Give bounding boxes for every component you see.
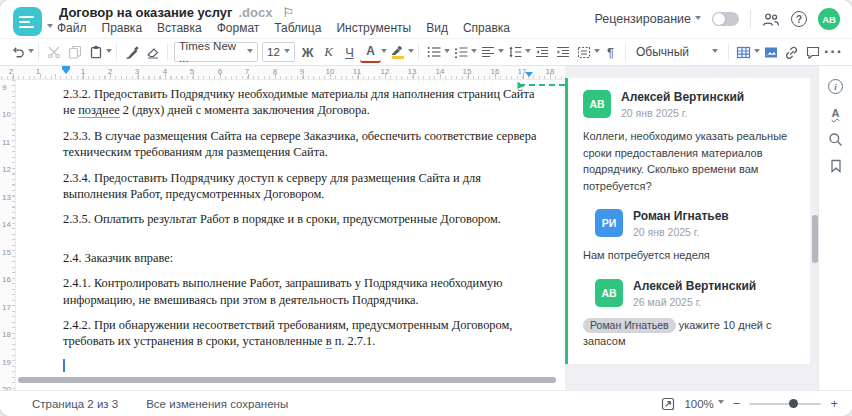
font-color-button[interactable]: А <box>360 41 381 63</box>
align-button[interactable] <box>477 41 498 63</box>
comment-date: 26 май 2025 г. <box>633 296 756 308</box>
divider <box>167 43 168 61</box>
help-button[interactable]: ? <box>791 11 807 27</box>
zoom-in-button[interactable]: + <box>830 399 838 409</box>
spellcheck-button[interactable]: А <box>832 106 840 120</box>
zoom-level-select[interactable]: 100% <box>684 398 723 410</box>
paragraph-shading-button[interactable] <box>573 41 594 63</box>
line-spacing-button[interactable] <box>504 41 525 63</box>
insert-comment-button[interactable] <box>802 41 823 63</box>
dropdown-caret-icon[interactable] <box>28 49 34 56</box>
nonprinting-chars-button[interactable]: ¶ <box>600 41 621 63</box>
review-toggle[interactable] <box>712 12 739 26</box>
page-indicator[interactable]: Страница 2 из 3 <box>32 398 118 410</box>
clear-style-button[interactable] <box>142 41 163 63</box>
paragraph-2-4-1[interactable]: 2.4.1. Контролировать выполнение Работ, … <box>63 275 537 308</box>
paragraph-style-value: Обычный <box>636 45 689 59</box>
paragraph-style-select[interactable]: Обычный <box>630 41 724 63</box>
insert-link-button[interactable] <box>781 41 802 63</box>
comment-1: АВ Алексей Вертинский 20 янв 2025 г. <box>583 90 800 119</box>
app-logo-icon[interactable] <box>13 7 42 36</box>
font-name-value: Times New ... <box>179 40 247 64</box>
paste-button[interactable] <box>85 41 106 63</box>
comment-avatar: АВ <box>583 90 611 118</box>
menu-table[interactable]: Таблица <box>274 21 321 35</box>
review-mode-label: Рецензирование <box>594 12 691 26</box>
numbered-list-button[interactable] <box>450 41 471 63</box>
comment-avatar: АВ <box>595 279 623 307</box>
underline-button[interactable]: Ч <box>339 41 360 63</box>
cut-button[interactable] <box>43 41 64 63</box>
commented-text[interactable]: позднее <box>78 103 119 118</box>
menu-tools[interactable]: Инструменты <box>336 21 411 35</box>
paragraph-2-4-2[interactable]: 2.4.2. При обнаружении несоответствий тр… <box>63 317 537 350</box>
numbered-list-icon <box>454 46 468 58</box>
undo-button[interactable] <box>7 41 28 63</box>
app-menu-caret-icon[interactable] <box>47 17 53 35</box>
insert-image-button[interactable] <box>760 41 781 63</box>
fit-width-button[interactable] <box>661 397 675 411</box>
font-name-select[interactable]: Times New ... <box>174 42 258 62</box>
bold-button[interactable]: Ж <box>297 41 318 63</box>
scissors-icon <box>47 45 61 59</box>
dropdown-caret-icon[interactable] <box>408 49 414 56</box>
highlight-button[interactable] <box>387 41 408 63</box>
review-mode-select[interactable]: Рецензирование <box>594 12 701 26</box>
decrease-indent-button[interactable] <box>531 41 552 63</box>
increase-indent-button[interactable] <box>552 41 573 63</box>
paragraph-2-3-3[interactable]: 2.3.3. В случае размещения Сайта на серв… <box>63 128 537 161</box>
fit-width-icon <box>661 397 675 411</box>
menu-format[interactable]: Формат <box>217 21 260 35</box>
menu-help[interactable]: Справка <box>463 21 510 35</box>
document-page[interactable]: 2.3.2. Предоставить Подрядчику необходим… <box>18 80 565 390</box>
paragraph-2-4[interactable]: 2.4. Заказчик вправе: <box>63 250 537 266</box>
menu-edit[interactable]: Правка <box>102 21 143 35</box>
comments-panel: АВ Алексей Вертинский 20 янв 2025 г. Кол… <box>565 66 818 390</box>
paragraph-2-3-4[interactable]: 2.3.4. Предоставить Подрядчику доступ к … <box>63 170 537 203</box>
document-title: Договор на оказание услуг <box>59 5 232 20</box>
search-icon <box>828 132 843 147</box>
dropdown-caret-icon <box>284 49 290 56</box>
menu-file[interactable]: Файл <box>57 21 87 35</box>
document-text: 2.3.2. Предоставить Подрядчику необходим… <box>18 80 565 372</box>
copy-icon <box>68 45 82 59</box>
user-avatar[interactable]: АВ <box>818 8 840 30</box>
italic-button[interactable]: К <box>318 41 339 63</box>
format-painter-button[interactable] <box>121 41 142 63</box>
comment-avatar: РИ <box>595 209 623 237</box>
divider <box>38 43 39 61</box>
zoom-slider-knob[interactable] <box>789 399 798 408</box>
insert-table-button[interactable] <box>733 41 754 63</box>
zoom-level-value: 100% <box>684 398 713 410</box>
mention-chip[interactable]: Роман Игнатьев <box>583 318 676 333</box>
comment-connector-line <box>519 84 565 86</box>
dropdown-caret-icon[interactable] <box>106 49 112 56</box>
paragraph-2-3-2[interactable]: 2.3.2. Предоставить Подрядчику необходим… <box>63 86 537 119</box>
comment-date: 20 янв 2025 г. <box>621 107 744 119</box>
bookmarks-button[interactable] <box>830 159 842 173</box>
flag-icon[interactable]: ⚐ <box>282 5 294 20</box>
paragraph-2-3-5[interactable]: 2.3.5. Оплатить результат Работ в порядк… <box>63 211 537 227</box>
more-toolbar-button[interactable]: ··· <box>823 41 844 63</box>
menu-view[interactable]: Вид <box>426 21 448 35</box>
dropdown-caret-icon <box>695 16 701 23</box>
bullet-list-button[interactable] <box>423 41 444 63</box>
undo-icon <box>11 45 25 59</box>
share-users-button[interactable] <box>762 12 780 27</box>
comment-thread[interactable]: АВ Алексей Вертинский 20 янв 2025 г. Кол… <box>565 78 810 364</box>
zoom-out-button[interactable]: − <box>733 399 741 409</box>
font-size-value: 12 <box>267 46 280 58</box>
image-icon <box>764 46 778 59</box>
horizontal-scrollbar[interactable] <box>18 377 556 383</box>
menu-insert[interactable]: Вставка <box>157 21 202 35</box>
text-cursor <box>63 359 65 372</box>
copy-button[interactable] <box>64 41 85 63</box>
indent-marker-icon[interactable] <box>62 69 70 78</box>
search-button[interactable] <box>828 132 843 147</box>
zoom-slider[interactable] <box>749 403 821 405</box>
font-size-select[interactable]: 12 <box>262 42 295 62</box>
comment-author: Алексей Вертинский <box>633 279 756 293</box>
info-button[interactable]: i <box>828 79 843 94</box>
divider <box>728 43 729 61</box>
highlighter-icon <box>391 46 404 55</box>
